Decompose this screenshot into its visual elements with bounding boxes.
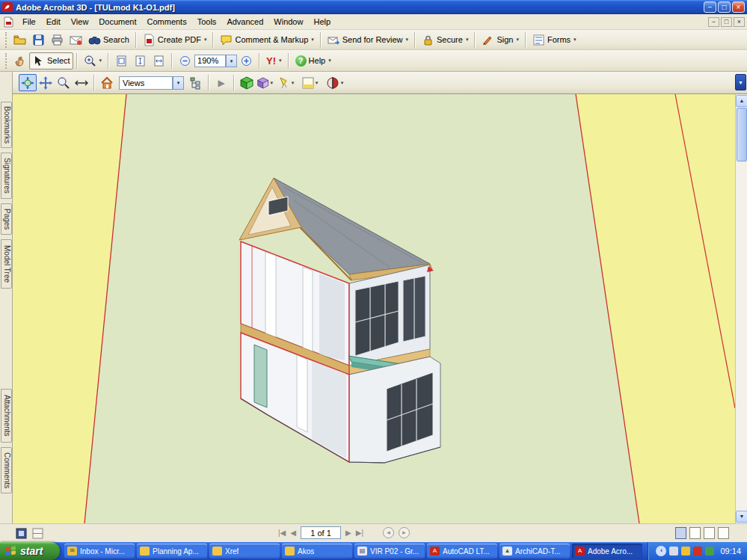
- scroll-thumb[interactable]: [737, 108, 747, 161]
- doc-close-button[interactable]: ×: [734, 17, 745, 27]
- background-color-button[interactable]: ▾: [298, 74, 322, 91]
- 3d-model-canvas[interactable]: [13, 94, 735, 523]
- separator: [108, 53, 109, 69]
- menu-comments[interactable]: Comments: [142, 16, 192, 28]
- last-page-button[interactable]: ▶|: [356, 529, 363, 537]
- render-mode-button[interactable]: [238, 74, 256, 91]
- tab-attachments[interactable]: Attachments: [1, 389, 12, 443]
- menu-document[interactable]: Document: [93, 16, 141, 28]
- send-for-review-button[interactable]: Send for Review ▾: [325, 31, 411, 49]
- lighting-button[interactable]: ▾: [274, 74, 298, 91]
- fit-width-button[interactable]: [150, 52, 168, 70]
- menu-advanced[interactable]: Advanced: [221, 16, 268, 28]
- minimize-button[interactable]: −: [704, 1, 716, 13]
- zoom-3d-tool-button[interactable]: [55, 74, 73, 91]
- toolbar-grip[interactable]: [5, 53, 8, 69]
- acrobat-3d-window: Adobe Acrobat 3D - [TULmod K1-O1.pdf] − …: [0, 0, 747, 560]
- views-dropdown[interactable]: Views ▾: [119, 76, 184, 90]
- separator: [135, 32, 137, 48]
- task-autocad[interactable]: A AutoCAD LT...: [427, 544, 497, 559]
- forms-button[interactable]: Forms ▾: [529, 31, 580, 49]
- book-layout-button[interactable]: [718, 527, 729, 539]
- model-tree-toggle-button[interactable]: [187, 74, 205, 91]
- tab-comments[interactable]: Comments: [1, 447, 12, 493]
- task-adobe-acrobat[interactable]: A Adobe Acro...: [572, 544, 642, 559]
- task-inbox[interactable]: ✉ Inbox - Micr...: [64, 544, 135, 559]
- continuous-layout-button[interactable]: [689, 527, 701, 539]
- tray-antivirus-icon[interactable]: [693, 547, 702, 556]
- facing-layout-button[interactable]: [704, 527, 715, 539]
- open-button[interactable]: [10, 31, 29, 49]
- actual-size-button[interactable]: [112, 52, 131, 70]
- chevron-down-icon: ▾: [516, 37, 519, 43]
- scroll-up-button[interactable]: ▲: [736, 95, 747, 107]
- previous-page-button[interactable]: ◀: [290, 529, 296, 537]
- menu-view[interactable]: View: [66, 16, 94, 28]
- views-dropdown-button[interactable]: ▾: [173, 76, 184, 90]
- doc-minimize-button[interactable]: −: [708, 17, 719, 27]
- create-pdf-button[interactable]: Create PDF ▾: [140, 31, 210, 49]
- model-mode-button[interactable]: ▾: [256, 74, 274, 91]
- zoom-in-button[interactable]: [237, 52, 256, 70]
- task-archicad[interactable]: ▲ ArchiCAD-T...: [499, 544, 570, 559]
- fit-page-button[interactable]: [131, 52, 150, 70]
- menu-file[interactable]: File: [17, 16, 41, 28]
- tray-network-icon[interactable]: [705, 547, 714, 556]
- menu-window[interactable]: Window: [268, 16, 308, 28]
- menu-edit[interactable]: Edit: [41, 16, 66, 28]
- scroll-down-button[interactable]: ▼: [736, 511, 747, 523]
- task-vir-p02[interactable]: ▤ VIR P02 - Gr...: [354, 544, 425, 559]
- walk-tool-button[interactable]: [73, 74, 90, 91]
- print-button[interactable]: [48, 31, 67, 49]
- previous-view-button[interactable]: ◄: [383, 527, 394, 538]
- cross-section-button[interactable]: ▾: [322, 74, 347, 91]
- sign-button[interactable]: Sign ▾: [479, 31, 522, 49]
- task-akos[interactable]: Akos: [282, 544, 352, 559]
- search-button[interactable]: Search: [85, 31, 132, 49]
- toolbar-grip[interactable]: [5, 32, 8, 48]
- chevron-down-icon: ▾: [466, 37, 469, 43]
- zoom-tool-button[interactable]: ▾: [81, 52, 105, 70]
- doc-restore-button[interactable]: □: [721, 17, 732, 27]
- tab-bookmarks[interactable]: Bookmarks: [1, 102, 12, 148]
- comment-markup-button[interactable]: Comment & Markup ▾: [217, 31, 316, 49]
- save-button[interactable]: [29, 31, 48, 49]
- task-planning[interactable]: Planning Ap...: [137, 544, 207, 559]
- close-button[interactable]: ×: [732, 1, 745, 13]
- menu-help[interactable]: Help: [308, 16, 336, 28]
- yahoo-toolbar-button[interactable]: Y! ▾: [263, 53, 285, 69]
- email-button[interactable]: [67, 31, 85, 49]
- vertical-scrollbar[interactable]: ▲ ▼: [735, 94, 747, 523]
- restore-button[interactable]: □: [718, 1, 731, 13]
- page-indicator[interactable]: 1 of 1: [301, 526, 341, 539]
- play-animation-button[interactable]: ▶: [212, 74, 230, 91]
- default-view-button[interactable]: [98, 74, 116, 91]
- first-page-button[interactable]: |◀: [278, 529, 286, 537]
- acrobat-icon: A: [575, 547, 585, 556]
- tray-volume-icon[interactable]: [669, 547, 678, 556]
- tray-chevron-button[interactable]: ‹: [656, 546, 666, 556]
- next-page-button[interactable]: ▶: [345, 529, 351, 537]
- secure-button[interactable]: Secure ▾: [419, 31, 471, 49]
- zoom-level-input[interactable]: [194, 55, 226, 67]
- toolbar-overflow-button[interactable]: ▼: [735, 74, 746, 90]
- start-button[interactable]: start: [0, 542, 60, 560]
- menu-tools[interactable]: Tools: [192, 16, 222, 28]
- pan-tool-button[interactable]: [37, 74, 55, 91]
- rotate-tool-button[interactable]: [19, 74, 37, 91]
- single-page-layout-button[interactable]: [675, 527, 686, 539]
- tab-pages[interactable]: Pages: [1, 203, 12, 235]
- tray-update-icon[interactable]: [681, 547, 690, 556]
- acrobat-app-icon: [2, 2, 13, 12]
- task-xref[interactable]: Xref: [209, 544, 280, 559]
- tab-model-tree[interactable]: Model Tree: [1, 239, 12, 289]
- help-button[interactable]: ? Help ▾: [292, 53, 334, 69]
- tab-signatures[interactable]: Signatures: [1, 153, 12, 199]
- hand-tool-button[interactable]: [10, 52, 29, 70]
- hand-tool-icon: [13, 55, 26, 67]
- zoom-out-button[interactable]: [176, 52, 194, 70]
- next-view-button[interactable]: ►: [399, 527, 410, 538]
- zoom-dropdown-button[interactable]: ▾: [226, 55, 237, 67]
- splitter-icon[interactable]: [31, 527, 44, 540]
- select-tool-button[interactable]: Select: [29, 52, 73, 70]
